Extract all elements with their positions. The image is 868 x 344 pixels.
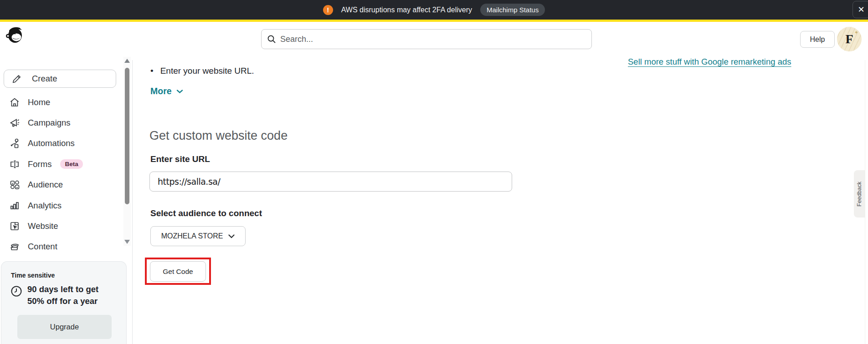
- audience-selected-value: MOZHELA STORE: [161, 232, 223, 240]
- website-icon: [9, 221, 20, 232]
- scroll-down-arrow-icon[interactable]: [124, 240, 130, 244]
- feedback-label: Feedback: [856, 182, 863, 207]
- sidebar-item-content[interactable]: Content: [0, 237, 117, 257]
- mailchimp-app: ! AWS disruptions may affect 2FA deliver…: [0, 0, 868, 344]
- audience-dropdown[interactable]: MOZHELA STORE: [150, 226, 246, 246]
- pencil-icon: [11, 74, 22, 84]
- annotation-highlight-box: Get Code: [145, 258, 211, 285]
- sidebar-item-website[interactable]: Website: [0, 216, 117, 236]
- get-code-button[interactable]: Get Code: [150, 261, 206, 282]
- clock-icon: [10, 285, 22, 297]
- audience-icon: [9, 179, 20, 190]
- chevron-down-icon: [228, 234, 235, 238]
- sidebar-item-home[interactable]: Home: [0, 92, 117, 112]
- sidebar-item-forms[interactable]: Forms Beta: [0, 154, 117, 174]
- chevron-down-icon: [176, 89, 183, 94]
- scroll-up-arrow-icon[interactable]: [124, 59, 130, 63]
- sidebar-item-label: Campaigns: [28, 118, 71, 128]
- sidebar-item-label: Analytics: [28, 201, 62, 211]
- mailchimp-status-button[interactable]: Mailchimp Status: [480, 4, 545, 16]
- sidebar-item-audience[interactable]: Audience: [0, 175, 117, 195]
- sidebar-item-label: Content: [28, 242, 57, 252]
- content-icon: [9, 241, 20, 252]
- site-url-label: Enter site URL: [150, 154, 210, 164]
- bar-chart-icon: [9, 200, 20, 211]
- google-remarketing-link[interactable]: Sell more stuff with Google remarketing …: [628, 57, 791, 67]
- beta-badge: Beta: [60, 159, 82, 169]
- audience-label: Select audience to connect: [150, 208, 262, 218]
- upgrade-button[interactable]: Upgrade: [17, 315, 112, 339]
- bullet-dot: •: [150, 66, 154, 76]
- create-label: Create: [32, 74, 57, 84]
- sidebar-item-label: Forms: [28, 159, 51, 169]
- alert-banner: ! AWS disruptions may affect 2FA deliver…: [0, 0, 868, 20]
- freddie-logo-icon[interactable]: [5, 24, 26, 45]
- automations-icon: [9, 138, 20, 149]
- avatar-letter: F: [845, 32, 853, 46]
- feedback-tab[interactable]: Feedback: [854, 170, 865, 218]
- more-toggle[interactable]: More: [150, 86, 183, 96]
- search-input[interactable]: [280, 35, 586, 44]
- banner-message: AWS disruptions may affect 2FA delivery: [341, 6, 472, 14]
- avatar[interactable]: ✦ F: [837, 27, 862, 51]
- help-button[interactable]: Help: [800, 31, 835, 48]
- sidebar-item-campaigns[interactable]: Campaigns: [0, 112, 117, 133]
- sidebar-item-label: Home: [28, 97, 50, 107]
- sidebar-item-label: Audience: [28, 180, 63, 190]
- more-label: More: [150, 86, 172, 96]
- sidebar-divider: [132, 60, 133, 344]
- instruction-bullet: • Enter your website URL.: [150, 66, 254, 76]
- home-icon: [9, 97, 20, 108]
- bullet-text: Enter your website URL.: [160, 66, 254, 76]
- sidebar-item-automations[interactable]: Automations: [0, 133, 117, 154]
- warning-icon: !: [323, 5, 333, 15]
- sidebar-item-label: Website: [28, 221, 58, 231]
- forms-icon: [9, 159, 20, 170]
- megaphone-icon: [9, 117, 20, 128]
- create-button[interactable]: Create: [4, 70, 116, 88]
- site-url-input[interactable]: [149, 172, 512, 192]
- upgrade-promo-panel: Time sensitive 90 days left to get50% of…: [1, 261, 127, 344]
- promo-title: Time sensitive: [11, 272, 55, 279]
- section-title: Get custom website code: [149, 129, 288, 143]
- sidebar-scrollbar[interactable]: [123, 57, 131, 246]
- scrollbar-thumb[interactable]: [125, 68, 129, 204]
- avatar-sparkle-icon: ✦: [854, 30, 858, 35]
- page-scroll-gutter: [865, 60, 868, 344]
- search-icon: [267, 35, 276, 44]
- search-bar: [261, 29, 592, 49]
- sidebar-item-analytics[interactable]: Analytics: [0, 195, 117, 216]
- close-icon[interactable]: ✕: [853, 1, 868, 18]
- promo-text: 90 days left to get50% off for a year: [27, 283, 98, 307]
- sidebar-item-label: Automations: [28, 138, 75, 148]
- top-header: Help ✦ F: [0, 22, 868, 60]
